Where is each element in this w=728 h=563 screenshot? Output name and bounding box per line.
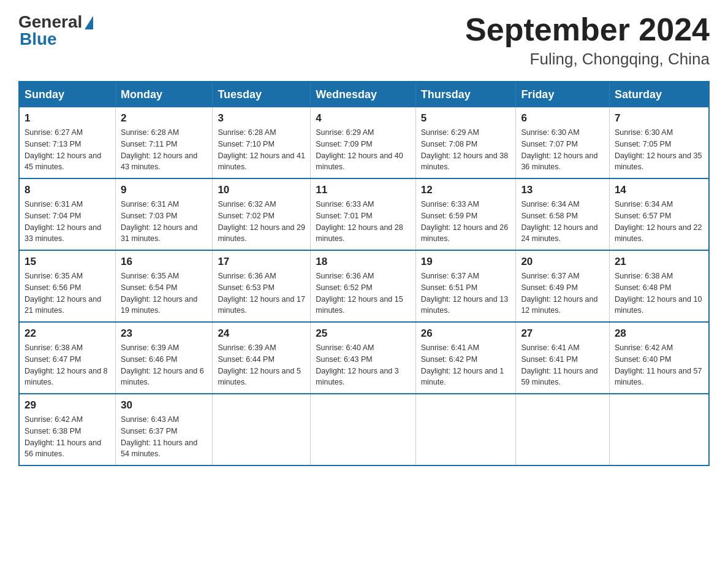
calendar-cell: 30 Sunrise: 6:43 AMSunset: 6:37 PMDaylig… [116,394,213,465]
day-number: 29 [25,399,110,412]
day-info: Sunrise: 6:34 AMSunset: 6:57 PMDaylight:… [615,200,702,243]
header-row: Sunday Monday Tuesday Wednesday Thursday… [19,82,709,107]
day-info: Sunrise: 6:38 AMSunset: 6:48 PMDaylight:… [615,272,702,315]
day-info: Sunrise: 6:30 AMSunset: 7:05 PMDaylight:… [615,128,702,171]
calendar-cell: 7 Sunrise: 6:30 AMSunset: 7:05 PMDayligh… [609,107,709,178]
day-number: 19 [421,256,511,268]
calendar-cell: 9 Sunrise: 6:31 AMSunset: 7:03 PMDayligh… [116,178,213,250]
calendar-body: 1 Sunrise: 6:27 AMSunset: 7:13 PMDayligh… [19,107,709,465]
calendar-cell: 2 Sunrise: 6:28 AMSunset: 7:11 PMDayligh… [116,107,213,178]
calendar-cell: 28 Sunrise: 6:42 AMSunset: 6:40 PMDaylig… [609,322,709,394]
calendar-cell: 26 Sunrise: 6:41 AMSunset: 6:42 PMDaylig… [415,322,516,394]
day-number: 2 [121,112,207,124]
calendar-cell: 12 Sunrise: 6:33 AMSunset: 6:59 PMDaylig… [415,178,516,250]
day-number: 22 [25,327,110,340]
day-info: Sunrise: 6:28 AMSunset: 7:11 PMDaylight:… [121,128,197,171]
calendar-cell: 29 Sunrise: 6:42 AMSunset: 6:38 PMDaylig… [19,394,116,465]
day-number: 26 [421,327,511,340]
calendar-cell: 21 Sunrise: 6:38 AMSunset: 6:48 PMDaylig… [609,250,709,322]
day-info: Sunrise: 6:31 AMSunset: 7:03 PMDaylight:… [121,200,197,243]
calendar-cell: 22 Sunrise: 6:38 AMSunset: 6:47 PMDaylig… [19,322,116,394]
day-number: 11 [316,184,410,196]
calendar-cell: 19 Sunrise: 6:37 AMSunset: 6:51 PMDaylig… [415,250,516,322]
day-number: 15 [25,256,110,268]
calendar-cell [213,394,311,465]
day-info: Sunrise: 6:42 AMSunset: 6:38 PMDaylight:… [25,415,101,458]
day-number: 25 [316,327,410,340]
day-number: 9 [121,184,207,196]
day-number: 1 [25,112,110,124]
calendar-cell: 4 Sunrise: 6:29 AMSunset: 7:09 PMDayligh… [311,107,415,178]
calendar-cell: 6 Sunrise: 6:30 AMSunset: 7:07 PMDayligh… [516,107,610,178]
location-text: Fuling, Chongqing, China [465,50,710,69]
calendar-header: Sunday Monday Tuesday Wednesday Thursday… [19,82,709,107]
day-info: Sunrise: 6:34 AMSunset: 6:58 PMDaylight:… [521,200,597,243]
calendar-cell: 27 Sunrise: 6:41 AMSunset: 6:41 PMDaylig… [516,322,610,394]
calendar-week-row: 22 Sunrise: 6:38 AMSunset: 6:47 PMDaylig… [19,322,709,394]
day-info: Sunrise: 6:41 AMSunset: 6:41 PMDaylight:… [521,343,597,386]
header-monday: Monday [116,82,213,107]
logo: General Blue [18,12,93,49]
title-section: September 2024 Fuling, Chongqing, China [465,12,710,69]
day-info: Sunrise: 6:31 AMSunset: 7:04 PMDaylight:… [25,200,101,243]
day-info: Sunrise: 6:37 AMSunset: 6:51 PMDaylight:… [421,272,508,315]
day-info: Sunrise: 6:43 AMSunset: 6:37 PMDaylight:… [121,415,197,458]
calendar-cell: 14 Sunrise: 6:34 AMSunset: 6:57 PMDaylig… [609,178,709,250]
day-info: Sunrise: 6:28 AMSunset: 7:10 PMDaylight:… [218,128,305,171]
day-number: 21 [615,256,703,268]
header-saturday: Saturday [609,82,709,107]
calendar-cell: 11 Sunrise: 6:33 AMSunset: 7:01 PMDaylig… [311,178,415,250]
day-number: 14 [615,184,703,196]
day-number: 24 [218,327,305,340]
calendar-cell: 8 Sunrise: 6:31 AMSunset: 7:04 PMDayligh… [19,178,116,250]
day-number: 12 [421,184,511,196]
calendar-cell [609,394,709,465]
day-info: Sunrise: 6:39 AMSunset: 6:46 PMDaylight:… [121,343,204,386]
day-number: 16 [121,256,207,268]
calendar-cell [516,394,610,465]
day-number: 4 [316,112,410,124]
day-number: 5 [421,112,511,124]
logo-triangle-icon [85,16,93,29]
calendar-cell: 5 Sunrise: 6:29 AMSunset: 7:08 PMDayligh… [415,107,516,178]
calendar-cell [311,394,415,465]
day-info: Sunrise: 6:33 AMSunset: 7:01 PMDaylight:… [316,200,403,243]
day-number: 27 [521,327,604,340]
calendar-cell: 25 Sunrise: 6:40 AMSunset: 6:43 PMDaylig… [311,322,415,394]
calendar-cell: 24 Sunrise: 6:39 AMSunset: 6:44 PMDaylig… [213,322,311,394]
calendar-week-row: 29 Sunrise: 6:42 AMSunset: 6:38 PMDaylig… [19,394,709,465]
day-info: Sunrise: 6:35 AMSunset: 6:56 PMDaylight:… [25,272,101,315]
day-info: Sunrise: 6:32 AMSunset: 7:02 PMDaylight:… [218,200,305,243]
logo-blue-text: Blue [20,29,57,49]
day-number: 13 [521,184,604,196]
day-info: Sunrise: 6:40 AMSunset: 6:43 PMDaylight:… [316,343,399,386]
calendar-cell: 20 Sunrise: 6:37 AMSunset: 6:49 PMDaylig… [516,250,610,322]
calendar-cell [415,394,516,465]
day-number: 8 [25,184,110,196]
day-number: 23 [121,327,207,340]
day-info: Sunrise: 6:33 AMSunset: 6:59 PMDaylight:… [421,200,508,243]
day-number: 6 [521,112,604,124]
calendar-week-row: 15 Sunrise: 6:35 AMSunset: 6:56 PMDaylig… [19,250,709,322]
day-info: Sunrise: 6:39 AMSunset: 6:44 PMDaylight:… [218,343,301,386]
day-number: 30 [121,399,207,412]
day-info: Sunrise: 6:29 AMSunset: 7:08 PMDaylight:… [421,128,508,171]
calendar-cell: 23 Sunrise: 6:39 AMSunset: 6:46 PMDaylig… [116,322,213,394]
header-wednesday: Wednesday [311,82,415,107]
day-number: 18 [316,256,410,268]
day-info: Sunrise: 6:42 AMSunset: 6:40 PMDaylight:… [615,343,702,386]
calendar-cell: 13 Sunrise: 6:34 AMSunset: 6:58 PMDaylig… [516,178,610,250]
month-title: September 2024 [465,12,710,47]
calendar-cell: 3 Sunrise: 6:28 AMSunset: 7:10 PMDayligh… [213,107,311,178]
day-info: Sunrise: 6:37 AMSunset: 6:49 PMDaylight:… [521,272,597,315]
day-info: Sunrise: 6:36 AMSunset: 6:52 PMDaylight:… [316,272,403,315]
day-info: Sunrise: 6:29 AMSunset: 7:09 PMDaylight:… [316,128,403,171]
calendar-week-row: 8 Sunrise: 6:31 AMSunset: 7:04 PMDayligh… [19,178,709,250]
day-number: 28 [615,327,703,340]
calendar-table: Sunday Monday Tuesday Wednesday Thursday… [18,81,710,466]
calendar-cell: 10 Sunrise: 6:32 AMSunset: 7:02 PMDaylig… [213,178,311,250]
day-info: Sunrise: 6:38 AMSunset: 6:47 PMDaylight:… [25,343,108,386]
header-tuesday: Tuesday [213,82,311,107]
calendar-cell: 16 Sunrise: 6:35 AMSunset: 6:54 PMDaylig… [116,250,213,322]
calendar-cell: 1 Sunrise: 6:27 AMSunset: 7:13 PMDayligh… [19,107,116,178]
